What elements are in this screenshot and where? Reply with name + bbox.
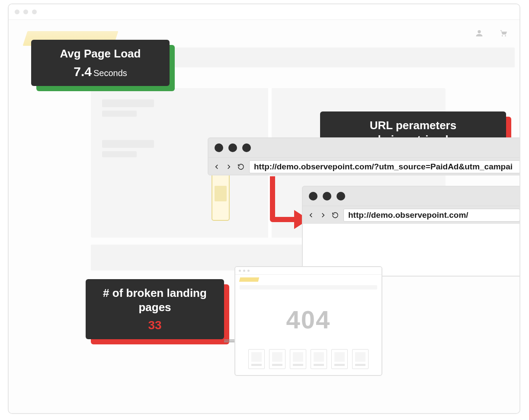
- tiny-nav-placeholder: [240, 285, 377, 290]
- callout-title-line: URL perameters: [370, 119, 456, 132]
- text-placeholder: [102, 151, 137, 157]
- browser-toolbar: http://demo.observepoint.com/: [303, 206, 520, 224]
- error-code: 404: [235, 305, 382, 334]
- back-icon: [213, 163, 221, 171]
- metric-unit: Seconds: [93, 68, 127, 78]
- traffic-light-dot: [32, 10, 37, 14]
- traffic-light-dot: [309, 192, 317, 200]
- broken-pages-callout: # of broken landing pages 33: [86, 279, 224, 339]
- reload-icon: [237, 163, 245, 171]
- svg-rect-3: [215, 186, 227, 201]
- thumbnail-placeholder: [248, 349, 265, 369]
- traffic-light-dot: [323, 192, 331, 200]
- thumbnail-placeholder: [331, 349, 348, 369]
- traffic-light-dot: [15, 10, 19, 14]
- metric-value: 33: [97, 318, 213, 332]
- browser-after: http://demo.observepoint.com/: [302, 186, 520, 277]
- browser-tabbar: [303, 187, 520, 206]
- header-icons: [474, 29, 508, 38]
- traffic-light-dot: [215, 143, 223, 152]
- thumbnail-placeholder: [269, 349, 285, 369]
- metric-value: 7.4: [74, 64, 92, 79]
- callout-title: Avg Page Load: [42, 47, 158, 61]
- address-bar: http://demo.observepoint.com/: [343, 209, 520, 222]
- back-icon: [307, 211, 315, 219]
- tiny-brand-logo: [239, 277, 259, 282]
- text-placeholder: [102, 140, 154, 148]
- callout-title: # of broken landing pages: [97, 286, 213, 314]
- window-titlebar: [9, 4, 519, 20]
- browser-tabbar: [208, 138, 520, 157]
- illustration-window: Avg Page Load 7.4Seconds URL perameters …: [8, 3, 520, 414]
- tiny-thumbnails: [235, 349, 382, 369]
- forward-icon: [319, 211, 327, 219]
- cart-icon: [499, 29, 508, 38]
- callout-title-line: # of broken landing: [103, 286, 207, 299]
- traffic-light-dot: [337, 192, 345, 200]
- address-bar: http://demo.observepoint.com/?utm_source…: [249, 160, 520, 173]
- callout-metric: 7.4Seconds: [42, 64, 158, 79]
- thumbnail-placeholder: [352, 349, 369, 369]
- url-text: http://demo.observepoint.com/: [348, 210, 468, 220]
- callout-title-line: pages: [138, 301, 171, 314]
- connector-line: [224, 340, 235, 342]
- text-placeholder: [102, 111, 137, 117]
- reload-icon: [331, 211, 339, 219]
- traffic-light-dot: [242, 143, 251, 152]
- user-icon: [474, 29, 484, 38]
- error-page-preview: 404: [234, 266, 382, 376]
- forward-icon: [225, 163, 233, 171]
- traffic-light-dot: [228, 143, 237, 152]
- browser-toolbar: http://demo.observepoint.com/?utm_source…: [208, 157, 520, 175]
- thumbnail-placeholder: [290, 349, 306, 369]
- browser-before: http://demo.observepoint.com/?utm_source…: [208, 137, 520, 175]
- url-text: http://demo.observepoint.com/?utm_source…: [254, 162, 513, 172]
- thumbnail-placeholder: [311, 349, 327, 369]
- traffic-light-dot: [23, 10, 28, 14]
- text-placeholder: [102, 99, 154, 107]
- avg-page-load-callout: Avg Page Load 7.4Seconds: [31, 40, 170, 86]
- tiny-titlebar: [235, 267, 382, 275]
